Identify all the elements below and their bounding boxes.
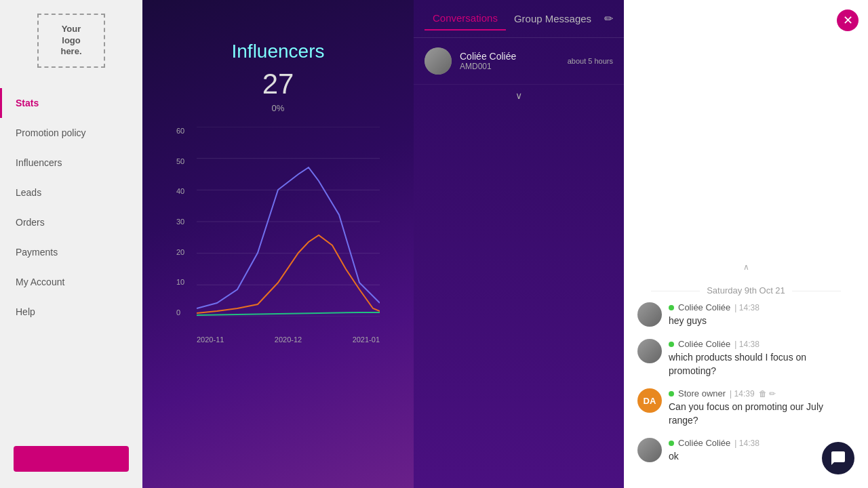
msg-header-2: Coliée Coliée | 14:38 xyxy=(669,339,854,349)
chat-widget-button[interactable] xyxy=(822,442,854,474)
chart-y-labels: 60 50 40 30 20 10 0 xyxy=(176,127,197,317)
tab-conversations[interactable]: Conversations xyxy=(425,7,506,30)
sidebar-item-orders[interactable]: Orders xyxy=(0,207,142,237)
date-chevron: ∧ xyxy=(637,262,854,272)
avatar-image xyxy=(425,47,452,75)
online-dot-2 xyxy=(669,342,674,347)
sidebar-cta-button[interactable] xyxy=(14,446,129,472)
msg-text-2: which products should I focus on promoti… xyxy=(669,351,854,378)
msg-time-3: | 14:39 xyxy=(730,389,754,399)
msg-sender-1: Coliée Coliée xyxy=(678,302,730,312)
msg-sender-2: Coliée Coliée xyxy=(678,339,730,349)
nav-items: Stats Promotion policy Influencers Leads… xyxy=(0,81,142,432)
avatar xyxy=(425,47,452,75)
sidebar-item-help[interactable]: Help xyxy=(0,297,142,327)
msg-sender-3: Store owner xyxy=(678,388,726,399)
msg-content-1: Coliée Coliée | 14:38 hey guys xyxy=(669,302,760,328)
chart-x-labels: 2020-11 2020-12 2021-01 xyxy=(197,336,380,344)
msg-content-3: Store owner | 14:39 🗑 ✏ Can you focus on… xyxy=(669,388,854,427)
sidebar-item-leads[interactable]: Leads xyxy=(0,178,142,207)
sidebar-item-my-account[interactable]: My Account xyxy=(0,267,142,297)
close-button[interactable]: ✕ xyxy=(837,9,859,31)
sidebar-item-influencers[interactable]: Influencers xyxy=(0,148,142,178)
stats-header: Influencers 27 0% xyxy=(232,27,325,127)
conv-sub: AMD001 xyxy=(460,62,568,71)
msg-content-4: Coliée Coliée | 14:38 ok xyxy=(669,438,760,464)
conv-chevron[interactable]: ∨ xyxy=(414,85,624,106)
msg-header-4: Coliée Coliée | 14:38 xyxy=(669,438,760,448)
online-dot-1 xyxy=(669,305,674,310)
influencers-pct: 0% xyxy=(232,103,325,113)
influencers-title: Influencers xyxy=(232,41,325,62)
influencers-count: 27 xyxy=(232,68,325,100)
msg-time-2: | 14:38 xyxy=(734,340,759,349)
msg-avatar-4 xyxy=(637,438,662,462)
online-dot-3 xyxy=(669,391,674,396)
chart-svg xyxy=(197,127,380,317)
edit-icon[interactable]: ✏ xyxy=(604,12,613,25)
sidebar-item-payments[interactable]: Payments xyxy=(0,237,142,267)
msg-time-4: | 14:38 xyxy=(734,439,759,448)
main-content: Influencers 27 0% 60 50 40 30 20 10 0 xyxy=(142,0,414,488)
msg-text-4: ok xyxy=(669,450,760,464)
conv-name: Coliée Coliée xyxy=(460,51,568,62)
sidebar-bottom xyxy=(0,432,142,488)
logo-box: Yourlogohere. xyxy=(37,14,105,68)
conv-tabs: Conversations Group Messages ✏ xyxy=(414,0,624,38)
sidebar-item-promotion-policy[interactable]: Promotion policy xyxy=(0,118,142,148)
msg-avatar-2 xyxy=(637,339,662,363)
logo-area: Yourlogohere. xyxy=(0,0,142,81)
msg-actions-3[interactable]: 🗑 ✏ xyxy=(759,389,776,399)
msg-time-1: | 14:38 xyxy=(734,303,759,312)
conv-item[interactable]: Coliée Coliée AMD001 about 5 hours xyxy=(414,38,624,85)
conv-list: Coliée Coliée AMD001 about 5 hours ∨ xyxy=(414,38,624,488)
chat-message-2: Coliée Coliée | 14:38 which products sho… xyxy=(637,339,854,378)
msg-text-1: hey guys xyxy=(669,314,760,328)
msg-header-3: Store owner | 14:39 🗑 ✏ xyxy=(669,388,854,399)
conversations-panel: Conversations Group Messages ✏ Coliée Co… xyxy=(414,0,624,488)
msg-sender-4: Coliée Coliée xyxy=(678,438,730,448)
chat-message-3: DA Store owner | 14:39 🗑 ✏ Can you focus… xyxy=(637,388,854,427)
sidebar-item-stats[interactable]: Stats xyxy=(0,88,142,118)
msg-avatar-3: DA xyxy=(637,388,662,413)
chat-messages: ∧ Saturday 9th Oct 21 Coliée Coliée | 14… xyxy=(624,0,868,488)
tab-group-messages[interactable]: Group Messages xyxy=(506,7,599,30)
msg-text-3: Can you focus on promoting our July rang… xyxy=(669,401,854,427)
msg-avatar-1 xyxy=(637,302,662,327)
conv-info: Coliée Coliée AMD001 xyxy=(460,51,568,71)
chat-message: Coliée Coliée | 14:38 hey guys xyxy=(637,302,854,328)
msg-header-1: Coliée Coliée | 14:38 xyxy=(669,302,760,312)
date-divider: Saturday 9th Oct 21 xyxy=(637,279,854,302)
chart-area: 60 50 40 30 20 10 0 2020-11 2020-1 xyxy=(176,127,380,344)
msg-content-2: Coliée Coliée | 14:38 which products sho… xyxy=(669,339,854,378)
sidebar: Yourlogohere. Stats Promotion policy Inf… xyxy=(0,0,142,488)
chat-bubble-icon xyxy=(830,450,846,466)
chat-panel: ✕ ∧ Saturday 9th Oct 21 Coliée Coliée | … xyxy=(624,0,868,488)
online-dot-4 xyxy=(669,441,674,446)
conv-time: about 5 hours xyxy=(568,57,613,65)
